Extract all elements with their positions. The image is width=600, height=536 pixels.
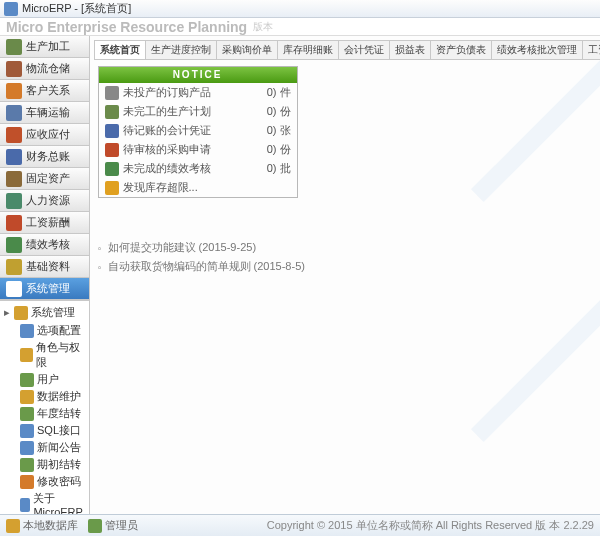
nav-item-8[interactable]: 工资薪酬 — [0, 212, 89, 234]
notice-panel: NOTICE 未投产的订购产品0) 件未完工的生产计划0) 份待记账的会计凭证0… — [98, 66, 298, 198]
tree-item-4[interactable]: 年度结转 — [4, 405, 87, 422]
notice-row-0[interactable]: 未投产的订购产品0) 件 — [99, 83, 297, 102]
tree-icon — [20, 458, 34, 472]
bullet-icon: ◦ — [98, 261, 108, 273]
tab-bar: 系统首页生产进度控制采购询价单库存明细账会计凭证损益表资产负债表绩效考核批次管理… — [94, 40, 600, 60]
sidebar: 生产加工物流仓储客户关系车辆运输应收应付财务总账固定资产人力资源工资薪酬绩效考核… — [0, 36, 90, 514]
tab-2[interactable]: 采购询价单 — [216, 40, 278, 59]
gear-icon — [6, 39, 22, 55]
tree-item-7[interactable]: 期初结转 — [4, 456, 87, 473]
status-bar: 本地数据库 管理员 Copyright © 2015 单位名称或简称 All R… — [0, 514, 600, 536]
decoration — [470, 288, 600, 442]
page-body: NOTICE 未投产的订购产品0) 件未完工的生产计划0) 份待记账的会计凭证0… — [90, 60, 600, 282]
tree-icon — [20, 390, 34, 404]
house-icon — [6, 61, 22, 77]
tree-item-3[interactable]: 数据维护 — [4, 388, 87, 405]
user-icon — [88, 519, 102, 533]
tree-item-6[interactable]: 新闻公告 — [4, 439, 87, 456]
tree-icon — [20, 407, 34, 421]
tree-root[interactable]: ▸ 系统管理 — [4, 305, 87, 320]
notice-header: NOTICE — [99, 67, 297, 83]
notice-row-3[interactable]: 待审核的采购申请0) 份 — [99, 140, 297, 159]
people-icon — [6, 83, 22, 99]
nav-item-10[interactable]: 基础资料 — [0, 256, 89, 278]
tree-item-9[interactable]: 关于MicroERP — [4, 490, 87, 514]
nav-item-5[interactable]: 财务总账 — [0, 146, 89, 168]
perf-icon — [105, 162, 119, 176]
notice-row-2[interactable]: 待记账的会计凭证0) 张 — [99, 121, 297, 140]
tab-0[interactable]: 系统首页 — [94, 40, 146, 59]
nav-item-0[interactable]: 生产加工 — [0, 36, 89, 58]
tree-icon — [20, 498, 30, 512]
doc-icon — [105, 105, 119, 119]
folder-icon — [14, 306, 28, 320]
nav-item-7[interactable]: 人力资源 — [0, 190, 89, 212]
nav-item-6[interactable]: 固定资产 — [0, 168, 89, 190]
nav-item-4[interactable]: 应收应付 — [0, 124, 89, 146]
tree-icon — [20, 441, 34, 455]
nav-item-9[interactable]: 绩效考核 — [0, 234, 89, 256]
tip-1[interactable]: ◦自动获取货物编码的简单规则 (2015-8-5) — [98, 257, 600, 276]
tab-6[interactable]: 资产负债表 — [430, 40, 492, 59]
tab-5[interactable]: 损益表 — [389, 40, 431, 59]
chart-icon — [6, 237, 22, 253]
person-icon — [6, 193, 22, 209]
notice-row-5[interactable]: 发现库存超限... — [99, 178, 297, 197]
content-area: 系统首页生产进度控制采购询价单库存明细账会计凭证损益表资产负债表绩效考核批次管理… — [90, 36, 600, 514]
app-icon — [4, 2, 18, 16]
ledger-icon — [6, 149, 22, 165]
tree-item-0[interactable]: 选项配置 — [4, 322, 87, 339]
tips-list: ◦如何提交功能建议 (2015-9-25)◦自动获取货物编码的简单规则 (201… — [98, 238, 600, 276]
nav-item-2[interactable]: 客户关系 — [0, 80, 89, 102]
status-user[interactable]: 管理员 — [88, 518, 138, 533]
truck-icon — [6, 105, 22, 121]
window-title: MicroERP - [系统首页] — [22, 1, 131, 16]
money-icon — [6, 127, 22, 143]
tree-item-1[interactable]: 角色与权限 — [4, 339, 87, 371]
nav-item-1[interactable]: 物流仓储 — [0, 58, 89, 80]
tab-1[interactable]: 生产进度控制 — [145, 40, 217, 59]
sidebar-tree: ▸ 系统管理 选项配置角色与权限用户数据维护年度结转SQL接口新闻公告期初结转修… — [0, 300, 89, 514]
tab-8[interactable]: 工资录入 — [582, 40, 600, 59]
apply-icon — [105, 143, 119, 157]
tree-icon — [20, 348, 33, 362]
tree-item-5[interactable]: SQL接口 — [4, 422, 87, 439]
db-icon — [6, 519, 20, 533]
cart-icon — [105, 86, 119, 100]
status-db[interactable]: 本地数据库 — [6, 518, 78, 533]
nav-item-11[interactable]: 系统管理 — [0, 278, 89, 300]
salary-icon — [6, 215, 22, 231]
tree-icon — [20, 475, 34, 489]
tab-4[interactable]: 会计凭证 — [338, 40, 390, 59]
tree-icon — [20, 424, 34, 438]
folder-icon — [6, 259, 22, 275]
notice-row-1[interactable]: 未完工的生产计划0) 份 — [99, 102, 297, 121]
tab-3[interactable]: 库存明细账 — [277, 40, 339, 59]
tree-icon — [20, 324, 34, 338]
tip-0[interactable]: ◦如何提交功能建议 (2015-9-25) — [98, 238, 600, 257]
copyright: Copyright © 2015 单位名称或简称 All Rights Rese… — [267, 518, 594, 533]
banner-title: Micro Enterprise Resource Planning — [6, 19, 247, 35]
notice-row-4[interactable]: 未完成的绩效考核0) 批 — [99, 159, 297, 178]
tree-item-2[interactable]: 用户 — [4, 371, 87, 388]
title-bar: MicroERP - [系统首页] — [0, 0, 600, 18]
settings-icon — [6, 281, 22, 297]
bullet-icon: ◦ — [98, 242, 108, 254]
voucher-icon — [105, 124, 119, 138]
banner: Micro Enterprise Resource Planning 版本 — [0, 18, 600, 36]
tree-icon — [20, 373, 34, 387]
nav-item-3[interactable]: 车辆运输 — [0, 102, 89, 124]
asset-icon — [6, 171, 22, 187]
warn-icon — [105, 181, 119, 195]
tab-7[interactable]: 绩效考核批次管理 — [491, 40, 583, 59]
banner-sub: 版本 — [253, 20, 273, 34]
tree-item-8[interactable]: 修改密码 — [4, 473, 87, 490]
